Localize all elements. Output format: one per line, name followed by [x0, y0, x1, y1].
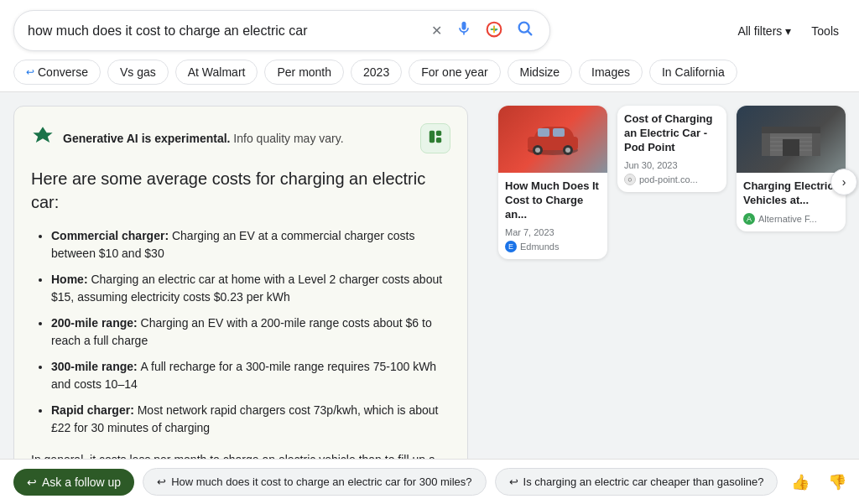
card-source-2: AAlternative F...: [743, 213, 839, 225]
result-card-2[interactable]: Charging Electric Vehicles at...AAlterna…: [737, 106, 846, 231]
svg-rect-8: [553, 128, 565, 137]
card-body-0: How Much Does It Cost to Charge an...Mar…: [498, 173, 607, 259]
search-button[interactable]: [514, 18, 536, 44]
filter-chip-vs-gas[interactable]: Vs gas: [107, 60, 169, 85]
ai-badge-text: Generative AI is experimental. Info qual…: [63, 132, 344, 145]
suggestion-2-icon: ↩: [509, 475, 518, 488]
result-cards: How Much Does It Cost to Charge an...Mar…: [498, 106, 846, 259]
chip-icon-converse: ↩: [26, 66, 34, 78]
clear-button[interactable]: ✕: [430, 21, 444, 40]
card-source-text-2: Alternative F...: [758, 214, 817, 224]
ai-title: Here are some average costs for charging…: [31, 167, 450, 214]
filter-chips: ↩ConverseVs gasAt WalmartPer month2023Fo…: [13, 60, 846, 91]
chip-label-midsize: Midsize: [520, 65, 560, 79]
card-body-1: Cost of Charging an Electric Car - Pod P…: [617, 106, 726, 192]
top-right-buttons: All filters ▾ Tools: [731, 21, 846, 41]
card-source-icon-1: ○: [624, 174, 636, 185]
filter-chip-in-california[interactable]: In California: [649, 60, 737, 85]
card-source-icon-0: E: [505, 241, 517, 252]
suggestion-1-button[interactable]: ↩ How much does it cost to charge an ele…: [143, 468, 486, 496]
tools-label: Tools: [811, 24, 839, 38]
result-card-0[interactable]: How Much Does It Cost to Charge an...Mar…: [498, 106, 607, 259]
follow-up-icon: ↩: [27, 475, 37, 489]
search-bar-row: how much does it cost to charge an elect…: [13, 10, 846, 51]
filter-chip-midsize[interactable]: Midsize: [508, 60, 572, 85]
search-input-wrapper[interactable]: how much does it cost to charge an elect…: [13, 10, 550, 51]
bottom-bar: ↩ Ask a follow up ↩ How much does it cos…: [0, 459, 859, 504]
card-source-text-0: Edmunds: [520, 242, 559, 252]
filter-chip-at-walmart[interactable]: At Walmart: [175, 60, 258, 85]
mic-icon: [456, 20, 472, 41]
svg-rect-2: [430, 131, 435, 143]
chip-label-converse: Converse: [38, 65, 88, 79]
left-main: Generative AI is experimental. Info qual…: [13, 92, 468, 504]
close-icon: ✕: [431, 23, 442, 39]
chip-label-in-california: In California: [662, 65, 725, 79]
suggestion-2-text: Is charging an electric car cheaper than…: [523, 475, 764, 488]
svg-rect-14: [762, 127, 820, 133]
card-date-0: Mar 7, 2023: [505, 227, 601, 237]
follow-up-label: Ask a follow up: [42, 475, 121, 489]
svg-rect-3: [436, 131, 441, 136]
suggestion-2-button[interactable]: ↩ Is charging an electric car cheaper th…: [495, 468, 778, 496]
filter-chip-per-month[interactable]: Per month: [264, 60, 344, 85]
chip-label-for-one-year: For one year: [421, 65, 487, 79]
ai-list: Commercial charger: Charging an EV at a …: [31, 227, 450, 437]
ai-header: Generative AI is experimental. Info qual…: [31, 123, 450, 153]
card-image-0: [498, 106, 607, 173]
suggestion-1-text: How much does it cost to charge an elect…: [171, 475, 471, 488]
card-source-1: ○pod-point.co...: [624, 174, 720, 185]
svg-point-10: [535, 148, 540, 153]
card-body-2: Charging Electric Vehicles at...AAlterna…: [737, 173, 846, 231]
chip-label-images: Images: [591, 65, 630, 79]
chip-label-at-walmart: At Walmart: [188, 65, 246, 79]
svg-rect-7: [538, 128, 549, 137]
thumbs-up-icon: 👍: [791, 474, 810, 491]
ai-list-item-4: Rapid charger: Most network rapid charge…: [51, 402, 450, 437]
search-icons: ✕: [430, 18, 536, 44]
card-title-2: Charging Electric Vehicles at...: [743, 179, 839, 208]
content-row: Generative AI is experimental. Info qual…: [0, 92, 859, 504]
thumbs-up-button[interactable]: 👍: [786, 470, 815, 495]
result-card-1[interactable]: Cost of Charging an Electric Car - Pod P…: [617, 106, 726, 192]
svg-rect-4: [436, 138, 441, 143]
suggestion-1-icon: ↩: [157, 475, 166, 488]
ai-layout-toggle[interactable]: [420, 123, 450, 153]
thumbs-down-button[interactable]: 👎: [823, 470, 851, 495]
ai-box: Generative AI is experimental. Info qual…: [13, 106, 468, 504]
search-input[interactable]: how much does it cost to charge an elect…: [28, 23, 430, 39]
all-filters-button[interactable]: All filters ▾: [731, 21, 798, 41]
voice-search-button[interactable]: [454, 18, 474, 43]
card-source-text-1: pod-point.co...: [639, 174, 698, 184]
search-icon: [516, 19, 534, 42]
filter-chip-converse[interactable]: ↩Converse: [13, 60, 101, 85]
chevron-down-icon: ▾: [785, 24, 791, 38]
svg-point-12: [565, 148, 570, 153]
chip-label-2023: 2023: [363, 65, 389, 79]
card-title-1: Cost of Charging an Electric Car - Pod P…: [624, 112, 720, 155]
ai-list-item-1: Home: Charging an electric car at home w…: [51, 271, 450, 306]
all-filters-label: All filters: [737, 24, 782, 38]
card-image-2: [737, 106, 846, 173]
follow-up-button[interactable]: ↩ Ask a follow up: [13, 469, 134, 496]
search-bar-area: how much does it cost to charge an elect…: [0, 0, 859, 92]
filter-chip-images[interactable]: Images: [579, 60, 643, 85]
tools-button[interactable]: Tools: [804, 21, 846, 41]
filter-chip-2023[interactable]: 2023: [351, 60, 402, 85]
lens-icon: [486, 21, 502, 40]
next-arrow-button[interactable]: ›: [830, 169, 857, 195]
card-date-1: Jun 30, 2023: [624, 160, 720, 170]
chip-label-per-month: Per month: [277, 65, 331, 79]
ai-list-item-2: 200-mile range: Charging an EV with a 20…: [51, 314, 450, 350]
card-title-0: How Much Does It Cost to Charge an...: [505, 179, 601, 222]
chip-label-vs-gas: Vs gas: [120, 65, 156, 79]
card-source-icon-2: A: [743, 213, 755, 225]
card-source-0: EEdmunds: [505, 241, 601, 252]
filter-chip-for-one-year[interactable]: For one year: [409, 60, 500, 85]
ai-list-item-0: Commercial charger: Charging an EV at a …: [51, 227, 450, 262]
svg-rect-20: [783, 139, 799, 156]
thumbs-down-icon: 👎: [828, 474, 846, 491]
lens-search-button[interactable]: [484, 19, 504, 42]
gemini-icon: [31, 125, 55, 152]
ai-list-item-3: 300-mile range: A full recharge for a 30…: [51, 358, 450, 393]
